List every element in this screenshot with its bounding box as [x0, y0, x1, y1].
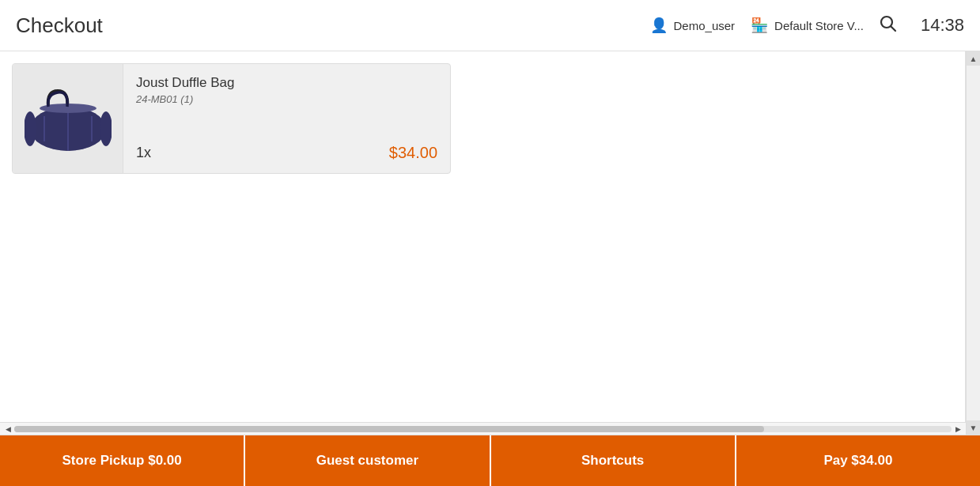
- svg-point-8: [25, 111, 36, 146]
- user-info[interactable]: 👤 Demo_user: [650, 17, 736, 34]
- product-name: Joust Duffle Bag: [136, 75, 437, 91]
- svg-point-9: [100, 111, 112, 146]
- main-content: Joust Duffle Bag 24-MB01 (1) 1x $34.00 ◀…: [0, 51, 980, 435]
- scroll-thumb-area[interactable]: [967, 66, 980, 420]
- clock: 14:38: [921, 15, 964, 36]
- product-qty: 1x: [136, 145, 151, 161]
- scroll-right-arrow[interactable]: ▶: [952, 426, 964, 432]
- scroll-up-arrow[interactable]: ▲: [967, 51, 980, 66]
- scroll-left-arrow[interactable]: ◀: [2, 426, 14, 432]
- product-bottom: 1x $34.00: [136, 144, 437, 162]
- search-button[interactable]: [880, 15, 897, 36]
- product-price: $34.00: [389, 144, 437, 162]
- product-list[interactable]: Joust Duffle Bag 24-MB01 (1) 1x $34.00: [0, 51, 966, 422]
- header: Checkout 👤 Demo_user 🏪 Default Store V..…: [0, 0, 980, 51]
- user-icon: 👤: [650, 17, 668, 34]
- store-pickup-button[interactable]: Store Pickup $0.00: [0, 435, 245, 486]
- horizontal-scrollbar[interactable]: ◀ ▶: [0, 422, 966, 435]
- hscroll-thumb[interactable]: [14, 426, 764, 432]
- hscroll-track[interactable]: [14, 426, 952, 432]
- bottom-bar: Store Pickup $0.00 Guest customer Shortc…: [0, 435, 980, 486]
- store-icon: 🏪: [751, 17, 768, 34]
- product-sku: 24-MB01 (1): [136, 93, 437, 105]
- product-details: Joust Duffle Bag 24-MB01 (1) 1x $34.00: [123, 64, 450, 173]
- guest-customer-button[interactable]: Guest customer: [245, 435, 490, 486]
- header-right: 👤 Demo_user 🏪 Default Store V... 14:38: [650, 15, 964, 36]
- product-card[interactable]: Joust Duffle Bag 24-MB01 (1) 1x $34.00: [12, 63, 451, 174]
- scroll-down-arrow[interactable]: ▼: [967, 420, 980, 435]
- shortcuts-button[interactable]: Shortcuts: [491, 435, 736, 486]
- pay-button[interactable]: Pay $34.00: [736, 435, 980, 486]
- store-label: Default Store V...: [774, 19, 864, 32]
- vertical-scrollbar[interactable]: ▲ ▼: [966, 51, 980, 435]
- product-image: [13, 64, 123, 173]
- svg-line-1: [891, 26, 895, 31]
- page-title: Checkout: [16, 13, 650, 38]
- store-info[interactable]: 🏪 Default Store V...: [751, 17, 864, 34]
- user-label: Demo_user: [674, 19, 736, 32]
